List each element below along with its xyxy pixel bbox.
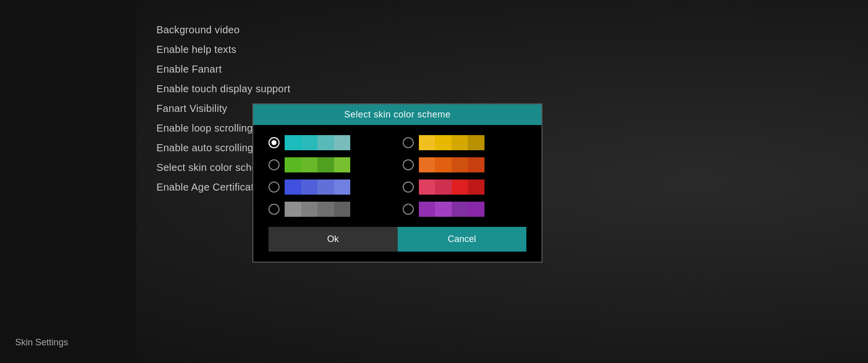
dialog: Select skin color scheme Ok Cancel	[252, 103, 542, 263]
color-option-teal[interactable]	[268, 135, 393, 150]
swatch-green	[285, 157, 350, 172]
swatch-purple	[419, 202, 484, 217]
color-option-blue[interactable]	[268, 179, 393, 195]
ok-button[interactable]: Ok	[268, 227, 398, 252]
radio-red[interactable]	[403, 182, 414, 193]
swatch-orange	[419, 157, 484, 172]
color-option-purple[interactable]	[403, 202, 527, 217]
radio-teal[interactable]	[268, 137, 280, 148]
radio-yellow[interactable]	[403, 137, 414, 148]
swatch-red	[419, 179, 484, 195]
modal-overlay: Select skin color scheme Ok Cancel	[0, 0, 868, 363]
cancel-button[interactable]: Cancel	[398, 227, 527, 252]
color-option-red[interactable]	[403, 179, 527, 195]
color-option-green[interactable]	[268, 157, 393, 172]
radio-blue[interactable]	[268, 182, 280, 193]
color-option-orange[interactable]	[403, 157, 527, 172]
swatch-blue	[285, 179, 350, 195]
color-options-grid	[268, 135, 526, 217]
dialog-title: Select skin color scheme	[344, 109, 451, 119]
radio-orange[interactable]	[403, 159, 414, 170]
swatch-gray	[285, 202, 350, 217]
dialog-body: Ok Cancel	[253, 125, 541, 262]
dialog-header: Select skin color scheme	[253, 104, 541, 125]
dialog-buttons: Ok Cancel	[268, 227, 526, 252]
color-option-gray[interactable]	[268, 202, 393, 217]
radio-green[interactable]	[268, 159, 280, 170]
radio-gray[interactable]	[268, 204, 280, 215]
cancel-label: Cancel	[448, 234, 476, 244]
radio-purple[interactable]	[403, 204, 414, 215]
ok-label: Ok	[327, 234, 339, 244]
swatch-yellow	[419, 135, 484, 150]
swatch-teal	[285, 135, 350, 150]
color-option-yellow[interactable]	[403, 135, 527, 150]
